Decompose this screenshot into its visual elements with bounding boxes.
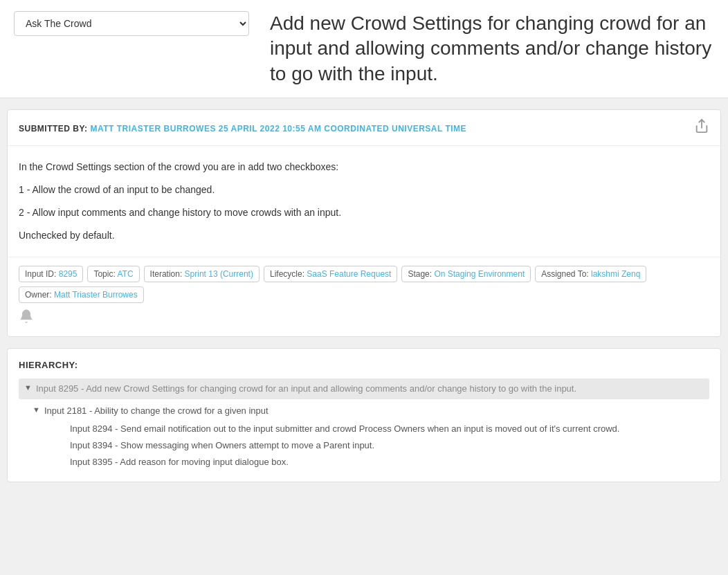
tag: Lifecycle: SaaS Feature Request bbox=[264, 266, 397, 282]
body-line3: 2 - Allow input comments and change hist… bbox=[19, 206, 709, 220]
hierarchy-item: Input 8294 - Send email notification out… bbox=[60, 421, 709, 437]
hierarchy-item-text: Input 8294 - Send email notification out… bbox=[70, 423, 619, 435]
hierarchy-item-text: Input 8395 - Add reason for moving input… bbox=[70, 456, 289, 468]
tags-section: Input ID: 8295Topic: ATCIteration: Sprin… bbox=[8, 257, 720, 336]
body-line2: 1 - Allow the crowd of an input to be ch… bbox=[19, 183, 709, 197]
tag: Stage: On Staging Environment bbox=[401, 266, 531, 282]
hierarchy-item-text: Input 8295 - Add new Crowd Settings for … bbox=[36, 383, 576, 395]
submitted-by: SUBMITTED BY: MATT TRIASTER BURROWES 25 … bbox=[19, 122, 466, 134]
submitted-by-link[interactable]: MATT TRIASTER BURROWES 25 APRIL 2022 10:… bbox=[91, 124, 467, 134]
body-line4: Unchecked by default. bbox=[19, 228, 709, 243]
top-header: Ask The Crowd Add new Crowd Settings for… bbox=[0, 0, 728, 98]
hierarchy-item: Input 8394 - Show messaging when Owners … bbox=[60, 437, 709, 454]
tag: Iteration: Sprint 13 (Current) bbox=[144, 266, 260, 282]
hierarchy-card: HIERARCHY: ▼Input 8295 - Add new Crowd S… bbox=[7, 348, 721, 482]
hierarchy-item: Input 8395 - Add reason for moving input… bbox=[60, 454, 709, 471]
bell-icon[interactable] bbox=[19, 309, 34, 328]
tag: Assigned To: lakshmi Zenq bbox=[535, 266, 646, 282]
tags-row: Input ID: 8295Topic: ATCIteration: Sprin… bbox=[19, 266, 709, 303]
submission-card: SUBMITTED BY: MATT TRIASTER BURROWES 25 … bbox=[7, 109, 721, 337]
card-body: In the Crowd Settings section of the cro… bbox=[8, 146, 720, 257]
hierarchy-tree: ▼Input 8295 - Add new Crowd Settings for… bbox=[19, 378, 709, 471]
expand-arrow-icon[interactable]: ▼ bbox=[33, 405, 40, 414]
hierarchy-title: HIERARCHY: bbox=[19, 360, 709, 370]
expand-arrow-icon[interactable]: ▼ bbox=[24, 383, 32, 392]
share-icon[interactable] bbox=[694, 118, 709, 137]
hierarchy-item: ▼Input 8295 - Add new Crowd Settings for… bbox=[19, 378, 709, 399]
hierarchy-item-text: Input 8394 - Show messaging when Owners … bbox=[70, 439, 374, 452]
crowd-select[interactable]: Ask The Crowd bbox=[14, 11, 249, 36]
tag: Owner: Matt Triaster Burrowes bbox=[19, 286, 144, 303]
submitted-by-label: SUBMITTED BY: bbox=[19, 124, 88, 134]
hierarchy-item-text: Input 2181 - Ability to change the crowd… bbox=[44, 405, 269, 417]
tag: Topic: ATC bbox=[87, 266, 139, 282]
tag: Input ID: 8295 bbox=[19, 266, 83, 282]
crowd-select-wrapper: Ask The Crowd bbox=[14, 11, 249, 36]
hierarchy-item: ▼Input 2181 - Ability to change the crow… bbox=[33, 402, 709, 420]
body-line1: In the Crowd Settings section of the cro… bbox=[19, 160, 709, 174]
card-header: SUBMITTED BY: MATT TRIASTER BURROWES 25 … bbox=[8, 110, 720, 146]
page-title: Add new Crowd Settings for changing crow… bbox=[270, 11, 714, 86]
main-content: SUBMITTED BY: MATT TRIASTER BURROWES 25 … bbox=[0, 109, 728, 482]
